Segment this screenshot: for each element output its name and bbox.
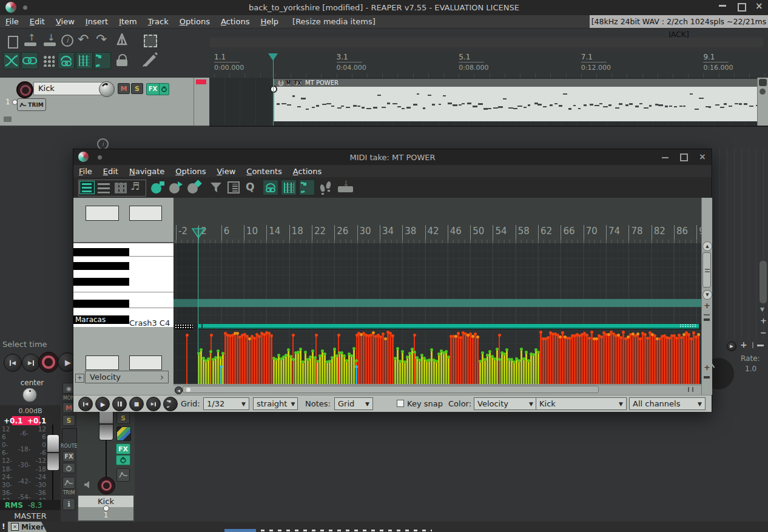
pencil-edit-icon[interactable] [141, 51, 158, 68]
velocity-bar[interactable] [312, 351, 314, 384]
velocity-bar[interactable] [338, 335, 339, 384]
velocity-bar[interactable] [416, 357, 418, 384]
tab-close-icon[interactable]: × [11, 523, 19, 531]
timeline-ruler[interactable]: 1.10:00.0003.10:04.0005.10:08.0007.10:12… [209, 52, 768, 78]
velocity-bar-cap[interactable] [547, 336, 550, 339]
velocity-bar-cap[interactable] [697, 333, 700, 336]
velocity-bar-cap[interactable] [481, 351, 484, 354]
track-filter-dropdown[interactable]: Kick ▼ [536, 397, 627, 410]
velocity-bar[interactable] [567, 338, 568, 384]
arrange-vscrollbar[interactable] [757, 78, 768, 126]
velocity-bar[interactable] [552, 334, 554, 384]
step-sequencer-button[interactable] [320, 181, 333, 194]
velocity-bar[interactable] [506, 349, 508, 384]
velocity-bar[interactable] [285, 355, 287, 384]
master-pan-right[interactable]: +0.1 [27, 417, 46, 425]
velocity-bar[interactable] [608, 334, 610, 384]
velocity-bar-cap[interactable] [445, 350, 448, 353]
cc-value-box-2[interactable] [129, 355, 162, 370]
mute-button[interactable]: M [118, 83, 130, 94]
midi-menu-options[interactable]: Options [170, 167, 211, 176]
velocity-bar[interactable] [254, 338, 255, 384]
velocity-bar[interactable] [637, 334, 639, 384]
close-button[interactable]: × [755, 2, 763, 10]
note-diamond-button[interactable] [187, 181, 202, 194]
velocity-bar[interactable] [244, 334, 246, 384]
velocity-bar[interactable] [586, 335, 588, 384]
step-input-button[interactable]: ↓ [338, 181, 354, 194]
velocity-bar[interactable] [440, 351, 442, 384]
velocity-bar[interactable] [457, 333, 459, 384]
project-settings-icon[interactable]: i [61, 35, 73, 47]
master-name[interactable]: MASTER [0, 511, 61, 520]
arrange-vscroll-thumb[interactable] [759, 79, 767, 86]
velocity-bar[interactable] [688, 334, 690, 384]
velocity-bar[interactable] [322, 351, 323, 384]
velocity-bar-cap[interactable] [653, 334, 656, 337]
velocity-bar[interactable] [620, 337, 622, 384]
velocity-bar[interactable] [513, 362, 515, 384]
master-gain-readout[interactable]: 0.00dB [0, 407, 61, 415]
velocity-bar[interactable] [414, 335, 415, 384]
velocity-bar[interactable] [300, 349, 301, 384]
velocity-bar[interactable] [491, 356, 493, 384]
note-play-button[interactable] [169, 181, 184, 194]
piano-black-key[interactable] [73, 278, 129, 286]
velocity-bar[interactable] [467, 335, 469, 384]
grid-shape-dropdown[interactable]: straight ▼ [253, 397, 298, 410]
velocity-bar[interactable] [584, 333, 585, 384]
velocity-bar-cap[interactable] [420, 354, 423, 357]
velocity-bar[interactable] [423, 358, 425, 384]
velocity-bar[interactable] [574, 335, 576, 384]
velocity-bar[interactable] [649, 332, 651, 384]
midi-stop-button[interactable]: ■ [129, 397, 144, 411]
velocity-bar[interactable] [234, 333, 236, 384]
velocity-bar[interactable] [258, 336, 260, 384]
piano-black-key-maracas[interactable]: Maracas [73, 315, 129, 324]
velocity-bar[interactable] [280, 359, 282, 384]
velocity-bar[interactable] [295, 352, 297, 384]
velocity-bar[interactable] [239, 337, 241, 384]
go-end-button[interactable]: ▶ [22, 354, 40, 372]
grid-dots-button[interactable] [40, 52, 57, 69]
velocity-bar-cap[interactable] [474, 332, 477, 335]
minimize-button[interactable] [719, 5, 726, 7]
arrange-vscroll-knob[interactable] [760, 89, 766, 95]
velocity-bar[interactable] [453, 336, 454, 384]
velocity-bar-cap[interactable] [476, 335, 479, 338]
velocity-bar[interactable] [579, 335, 581, 384]
velocity-bar-cap[interactable] [568, 337, 571, 340]
velocity-bar[interactable] [465, 334, 467, 384]
velocity-bar[interactable] [268, 333, 270, 384]
midi-pause-button[interactable] [112, 397, 127, 411]
velocity-bar[interactable] [389, 333, 391, 384]
master-fx-power-button[interactable] [62, 463, 75, 473]
edit-cursor[interactable] [273, 53, 274, 126]
key-snap-checkbox[interactable] [397, 400, 404, 407]
velocity-bar[interactable] [559, 337, 561, 384]
midi-media-item[interactable]: ! M FX MT POWER [273, 79, 768, 123]
velocity-bar[interactable] [232, 335, 234, 384]
velocity-bar-cap[interactable] [236, 332, 239, 335]
loop-toggle-button[interactable] [94, 52, 111, 69]
kick-solo-button[interactable]: S [116, 412, 130, 424]
velocity-bar[interactable] [596, 338, 598, 384]
velocity-bar[interactable] [256, 334, 258, 384]
open-project-icon[interactable]: ↑ [24, 35, 38, 47]
velocity-bar[interactable] [554, 334, 556, 384]
named-notes-view-button[interactable] [96, 181, 112, 194]
velocity-bar[interactable] [462, 332, 464, 384]
velocity-bar[interactable] [229, 335, 231, 384]
velocity-bar-cap[interactable] [413, 334, 416, 337]
add-cc-lane-button[interactable]: + [75, 374, 84, 383]
velocity-bar[interactable] [372, 332, 374, 384]
velocity-bar[interactable] [642, 333, 644, 384]
velocity-bar[interactable] [537, 352, 539, 384]
velocity-bar-cap[interactable] [384, 337, 387, 340]
velocity-bar[interactable] [690, 338, 692, 384]
vzoom-in2-icon[interactable]: + [704, 363, 710, 372]
velocity-bar[interactable] [261, 333, 263, 384]
velocity-bar-cap[interactable] [503, 352, 506, 355]
velocity-bar-cap[interactable] [675, 337, 678, 340]
cc-lane-selector[interactable]: Velocity › [85, 371, 169, 383]
